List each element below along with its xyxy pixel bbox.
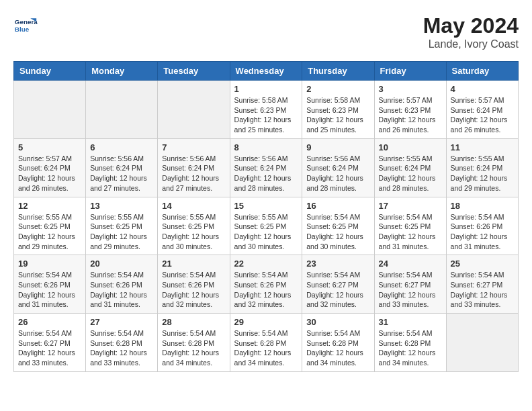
day-number: 8 — [234, 142, 298, 152]
calendar-cell: 6Sunrise: 5:56 AM Sunset: 6:24 PM Daylig… — [86, 138, 158, 197]
day-info: Sunrise: 5:54 AM Sunset: 6:26 PM Dayligh… — [18, 270, 81, 310]
calendar-week-row: 5Sunrise: 5:57 AM Sunset: 6:24 PM Daylig… — [14, 138, 519, 197]
day-info: Sunrise: 5:58 AM Sunset: 6:23 PM Dayligh… — [306, 95, 369, 135]
day-number: 6 — [90, 142, 153, 152]
day-info: Sunrise: 5:55 AM Sunset: 6:24 PM Dayligh… — [451, 154, 514, 193]
day-info: Sunrise: 5:54 AM Sunset: 6:26 PM Dayligh… — [234, 270, 298, 310]
day-number: 13 — [90, 201, 153, 211]
day-number: 19 — [18, 259, 81, 269]
day-info: Sunrise: 5:54 AM Sunset: 6:28 PM Dayligh… — [90, 328, 153, 368]
calendar-cell — [446, 314, 518, 372]
day-info: Sunrise: 5:54 AM Sunset: 6:28 PM Dayligh… — [306, 328, 369, 368]
calendar-cell: 20Sunrise: 5:54 AM Sunset: 6:26 PM Dayli… — [86, 255, 158, 314]
calendar-cell: 22Sunrise: 5:54 AM Sunset: 6:26 PM Dayli… — [230, 255, 302, 314]
calendar-week-row: 19Sunrise: 5:54 AM Sunset: 6:26 PM Dayli… — [14, 255, 519, 314]
title-block: May 2024 Lande, Ivory Coast — [423, 13, 519, 50]
calendar-cell: 10Sunrise: 5:55 AM Sunset: 6:24 PM Dayli… — [374, 138, 446, 197]
calendar-cell: 1Sunrise: 5:58 AM Sunset: 6:23 PM Daylig… — [230, 81, 302, 139]
day-number: 9 — [306, 142, 369, 152]
weekday-header: Sunday — [14, 62, 86, 81]
weekday-header: Saturday — [446, 62, 518, 81]
day-info: Sunrise: 5:54 AM Sunset: 6:26 PM Dayligh… — [451, 212, 514, 252]
day-number: 31 — [379, 317, 442, 327]
day-number: 12 — [18, 201, 81, 211]
calendar-cell: 25Sunrise: 5:54 AM Sunset: 6:27 PM Dayli… — [446, 255, 518, 314]
day-info: Sunrise: 5:56 AM Sunset: 6:24 PM Dayligh… — [306, 154, 369, 193]
calendar-cell: 5Sunrise: 5:57 AM Sunset: 6:24 PM Daylig… — [14, 138, 86, 197]
calendar-week-row: 1Sunrise: 5:58 AM Sunset: 6:23 PM Daylig… — [14, 81, 519, 139]
day-info: Sunrise: 5:55 AM Sunset: 6:25 PM Dayligh… — [18, 212, 81, 252]
location: Lande, Ivory Coast — [423, 38, 519, 50]
page-header: General Blue May 2024 Lande, Ivory Coast — [13, 13, 519, 50]
day-number: 30 — [306, 317, 369, 327]
day-info: Sunrise: 5:54 AM Sunset: 6:28 PM Dayligh… — [234, 328, 298, 368]
day-info: Sunrise: 5:54 AM Sunset: 6:25 PM Dayligh… — [306, 212, 369, 252]
calendar-cell: 21Sunrise: 5:54 AM Sunset: 6:26 PM Dayli… — [158, 255, 230, 314]
day-info: Sunrise: 5:54 AM Sunset: 6:27 PM Dayligh… — [451, 270, 514, 310]
day-number: 25 — [451, 259, 514, 269]
calendar-week-row: 26Sunrise: 5:54 AM Sunset: 6:27 PM Dayli… — [14, 314, 519, 372]
weekday-header: Friday — [374, 62, 446, 81]
day-number: 14 — [162, 201, 225, 211]
calendar-cell: 3Sunrise: 5:57 AM Sunset: 6:23 PM Daylig… — [374, 81, 446, 139]
calendar-cell: 8Sunrise: 5:56 AM Sunset: 6:24 PM Daylig… — [230, 138, 302, 197]
day-info: Sunrise: 5:55 AM Sunset: 6:24 PM Dayligh… — [379, 154, 442, 193]
day-number: 29 — [234, 317, 298, 327]
calendar-cell — [86, 81, 158, 139]
calendar-cell: 27Sunrise: 5:54 AM Sunset: 6:28 PM Dayli… — [86, 314, 158, 372]
day-info: Sunrise: 5:56 AM Sunset: 6:24 PM Dayligh… — [90, 154, 153, 193]
day-number: 7 — [162, 142, 225, 152]
day-info: Sunrise: 5:55 AM Sunset: 6:25 PM Dayligh… — [162, 212, 225, 252]
logo: General Blue — [13, 13, 38, 38]
day-info: Sunrise: 5:54 AM Sunset: 6:25 PM Dayligh… — [379, 212, 442, 252]
calendar-cell: 31Sunrise: 5:54 AM Sunset: 6:28 PM Dayli… — [374, 314, 446, 372]
calendar-cell: 15Sunrise: 5:55 AM Sunset: 6:25 PM Dayli… — [230, 197, 302, 255]
day-number: 22 — [234, 259, 298, 269]
day-info: Sunrise: 5:54 AM Sunset: 6:26 PM Dayligh… — [162, 270, 225, 310]
day-number: 18 — [451, 201, 514, 211]
day-number: 23 — [306, 259, 369, 269]
day-info: Sunrise: 5:55 AM Sunset: 6:25 PM Dayligh… — [234, 212, 298, 252]
day-info: Sunrise: 5:54 AM Sunset: 6:27 PM Dayligh… — [306, 270, 369, 310]
calendar-cell: 23Sunrise: 5:54 AM Sunset: 6:27 PM Dayli… — [302, 255, 374, 314]
day-number: 4 — [451, 84, 514, 94]
day-info: Sunrise: 5:57 AM Sunset: 6:24 PM Dayligh… — [18, 154, 81, 193]
calendar-cell: 19Sunrise: 5:54 AM Sunset: 6:26 PM Dayli… — [14, 255, 86, 314]
calendar-week-row: 12Sunrise: 5:55 AM Sunset: 6:25 PM Dayli… — [14, 197, 519, 255]
day-number: 21 — [162, 259, 225, 269]
calendar-cell: 29Sunrise: 5:54 AM Sunset: 6:28 PM Dayli… — [230, 314, 302, 372]
day-info: Sunrise: 5:54 AM Sunset: 6:28 PM Dayligh… — [379, 328, 442, 368]
day-number: 5 — [18, 142, 81, 152]
calendar-cell — [158, 81, 230, 139]
weekday-header: Wednesday — [230, 62, 302, 81]
day-info: Sunrise: 5:56 AM Sunset: 6:24 PM Dayligh… — [162, 154, 225, 193]
weekday-header: Thursday — [302, 62, 374, 81]
day-info: Sunrise: 5:56 AM Sunset: 6:24 PM Dayligh… — [234, 154, 298, 193]
day-info: Sunrise: 5:57 AM Sunset: 6:23 PM Dayligh… — [379, 95, 442, 135]
calendar-cell: 17Sunrise: 5:54 AM Sunset: 6:25 PM Dayli… — [374, 197, 446, 255]
calendar-cell: 14Sunrise: 5:55 AM Sunset: 6:25 PM Dayli… — [158, 197, 230, 255]
day-number: 28 — [162, 317, 225, 327]
day-number: 11 — [451, 142, 514, 152]
calendar-table: SundayMondayTuesdayWednesdayThursdayFrid… — [13, 61, 519, 372]
calendar-cell — [14, 81, 86, 139]
day-info: Sunrise: 5:58 AM Sunset: 6:23 PM Dayligh… — [234, 95, 298, 135]
day-info: Sunrise: 5:54 AM Sunset: 6:26 PM Dayligh… — [90, 270, 153, 310]
calendar-cell: 7Sunrise: 5:56 AM Sunset: 6:24 PM Daylig… — [158, 138, 230, 197]
weekday-header-row: SundayMondayTuesdayWednesdayThursdayFrid… — [14, 62, 519, 81]
calendar-cell: 11Sunrise: 5:55 AM Sunset: 6:24 PM Dayli… — [446, 138, 518, 197]
calendar-cell: 2Sunrise: 5:58 AM Sunset: 6:23 PM Daylig… — [302, 81, 374, 139]
calendar-cell: 9Sunrise: 5:56 AM Sunset: 6:24 PM Daylig… — [302, 138, 374, 197]
day-info: Sunrise: 5:54 AM Sunset: 6:27 PM Dayligh… — [18, 328, 81, 368]
calendar-cell: 16Sunrise: 5:54 AM Sunset: 6:25 PM Dayli… — [302, 197, 374, 255]
day-info: Sunrise: 5:55 AM Sunset: 6:25 PM Dayligh… — [90, 212, 153, 252]
day-info: Sunrise: 5:54 AM Sunset: 6:28 PM Dayligh… — [162, 328, 225, 368]
day-number: 27 — [90, 317, 153, 327]
calendar-cell: 13Sunrise: 5:55 AM Sunset: 6:25 PM Dayli… — [86, 197, 158, 255]
month-year: May 2024 — [423, 13, 519, 38]
day-number: 24 — [379, 259, 442, 269]
day-number: 16 — [306, 201, 369, 211]
weekday-header: Tuesday — [158, 62, 230, 81]
day-info: Sunrise: 5:57 AM Sunset: 6:24 PM Dayligh… — [451, 95, 514, 135]
calendar-cell: 12Sunrise: 5:55 AM Sunset: 6:25 PM Dayli… — [14, 197, 86, 255]
